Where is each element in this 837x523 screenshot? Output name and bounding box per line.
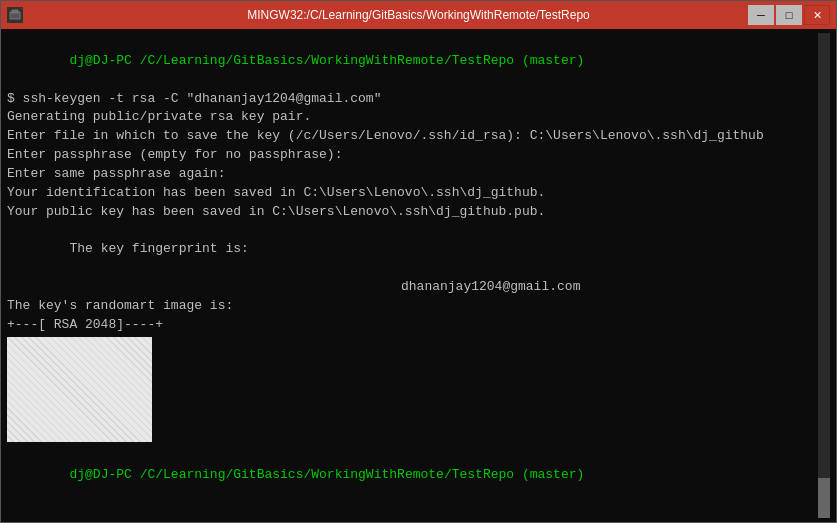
terminal-window: MINGW32:/C/Learning/GitBasics/WorkingWit… [0,0,837,523]
prompt-line-1: dj@DJ-PC /C/Learning/GitBasics/WorkingWi… [7,33,808,90]
maximize-button[interactable]: □ [776,5,802,25]
output-line-6: Your public key has been saved in C:\Use… [7,203,808,222]
terminal-body[interactable]: dj@DJ-PC /C/Learning/GitBasics/WorkingWi… [1,29,836,522]
randomart-header: +---[ RSA 2048]----+ [7,316,808,335]
current-prompt-line: $ [7,504,808,518]
fingerprint-label: The key fingerprint is: [69,241,248,256]
output-line-5: Your identification has been saved in C:… [7,184,808,203]
output-line-1: Generating public/private rsa key pair. [7,108,808,127]
output-line-2: Enter file in which to save the key (/c/… [7,127,808,146]
randomart-label: The key's randomart image is: [7,297,808,316]
title-bar: MINGW32:/C/Learning/GitBasics/WorkingWit… [1,1,836,29]
fingerprint-email: dhananjay1204@gmail.com [401,278,580,297]
fingerprint-line: dhananjay1204@gmail.com [7,278,808,297]
close-button[interactable]: ✕ [804,5,830,25]
prompt-path-1: dj@DJ-PC /C/Learning/GitBasics/WorkingWi… [69,53,584,68]
window-controls: ─ □ ✕ [748,5,830,25]
output-line-4: Enter same passphrase again: [7,165,808,184]
output-line-7: The key fingerprint is: [7,221,808,278]
prompt-path-2: dj@DJ-PC /C/Learning/GitBasics/WorkingWi… [69,467,584,482]
terminal-content: dj@DJ-PC /C/Learning/GitBasics/WorkingWi… [7,33,818,518]
minimize-button[interactable]: ─ [748,5,774,25]
scrollbar[interactable] [818,33,830,518]
prompt-line-2: dj@DJ-PC /C/Learning/GitBasics/WorkingWi… [7,448,808,505]
scrollbar-thumb[interactable] [818,478,830,518]
key-image-inner [7,337,152,442]
window-icon [7,7,23,23]
key-image [7,337,152,442]
svg-rect-1 [12,10,18,13]
title-bar-left [7,7,23,23]
command-line: $ ssh-keygen -t rsa -C "dhananjay1204@gm… [7,90,808,109]
output-line-3: Enter passphrase (empty for no passphras… [7,146,808,165]
window-title: MINGW32:/C/Learning/GitBasics/WorkingWit… [247,8,590,22]
fingerprint-hash [7,278,397,297]
